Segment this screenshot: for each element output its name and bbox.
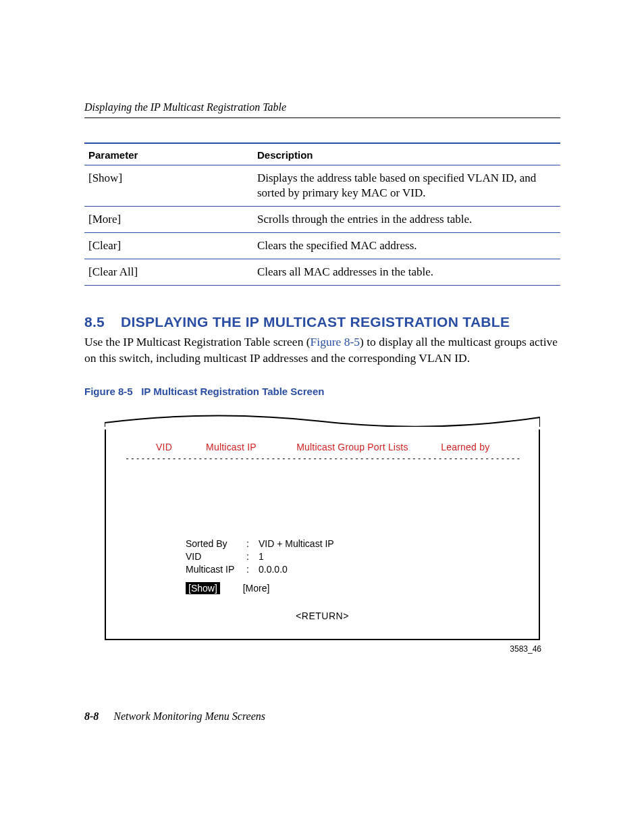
body-text-pre: Use the IP Multicast Registration Table … <box>84 335 311 348</box>
field-value-multicast-ip: 0.0.0.0 <box>259 563 288 576</box>
field-value-vid: 1 <box>259 550 264 563</box>
terminal-box: VID Multicast IP Multicast Group Port Li… <box>105 429 540 641</box>
section-body: Use the IP Multicast Registration Table … <box>84 334 560 366</box>
cell-desc: Clears all MAC addresses in the table. <box>253 259 560 286</box>
torn-edge-icon <box>105 413 540 427</box>
show-button[interactable]: [Show] <box>186 582 220 594</box>
cell-param: [More] <box>84 207 253 233</box>
figure-id: 3583_46 <box>105 644 541 654</box>
terminal-fields: Sorted By : VID + Multicast IP VID : 1 M… <box>186 538 520 576</box>
col-multicast-ip: Multicast IP <box>206 442 294 452</box>
more-button[interactable]: [More] <box>243 583 270 594</box>
section-number: 8.5 <box>84 314 105 330</box>
section-heading: 8.5DISPLAYING THE IP MULTICAST REGISTRAT… <box>84 314 560 330</box>
figure-caption: Figure 8-5 IP Multicast Registration Tab… <box>84 386 560 397</box>
table-row: [Clear All] Clears all MAC addresses in … <box>84 259 560 286</box>
figure-link[interactable]: Figure 8-5 <box>311 335 360 348</box>
table-row: [More] Scrolls through the entries in th… <box>84 207 560 233</box>
table-row: [Show] Displays the address table based … <box>84 165 560 207</box>
col-learned-by: Learned by <box>441 442 489 452</box>
terminal-buttons: [Show] [More] <box>186 582 520 594</box>
return-label[interactable]: <RETURN> <box>125 610 520 621</box>
col-group-port-lists: Multicast Group Port Lists <box>296 442 438 452</box>
cell-desc: Clears the specified MAC address. <box>253 233 560 259</box>
cell-param: [Clear] <box>84 233 253 259</box>
col-vid: VID <box>156 442 203 452</box>
field-label-sorted-by: Sorted By <box>186 538 246 550</box>
figure-caption-label: Figure 8-5 <box>84 386 133 397</box>
footer-title: Network Monitoring Menu Screens <box>113 710 265 722</box>
cell-param: [Show] <box>84 165 253 207</box>
terminal-screenshot: VID Multicast IP Multicast Group Port Li… <box>105 413 540 654</box>
page-number: 8-8 <box>84 710 99 722</box>
field-value-sorted-by: VID + Multicast IP <box>259 538 334 550</box>
cell-desc: Scrolls through the entries in the addre… <box>253 207 560 233</box>
section-title: DISPLAYING THE IP MULTICAST REGISTRATION… <box>121 314 510 330</box>
figure-caption-title: IP Multicast Registration Table Screen <box>141 386 324 397</box>
field-label-multicast-ip: Multicast IP <box>186 563 246 576</box>
cell-param: [Clear All] <box>84 259 253 286</box>
table-header-description: Description <box>253 143 560 165</box>
page-content: Displaying the IP Multicast Registration… <box>84 101 560 654</box>
parameter-table: Parameter Description [Show] Displays th… <box>84 142 560 286</box>
terminal-column-headers: VID Multicast IP Multicast Group Port Li… <box>125 442 520 452</box>
cell-desc: Displays the address table based on spec… <box>253 165 560 207</box>
divider-dashes: ----------------------------------------… <box>125 454 520 463</box>
running-header: Displaying the IP Multicast Registration… <box>84 101 560 118</box>
table-row: [Clear] Clears the specified MAC address… <box>84 233 560 259</box>
field-label-vid: VID <box>186 550 246 563</box>
table-header-parameter: Parameter <box>84 143 253 165</box>
page-footer: 8-8 Network Monitoring Menu Screens <box>84 710 265 723</box>
